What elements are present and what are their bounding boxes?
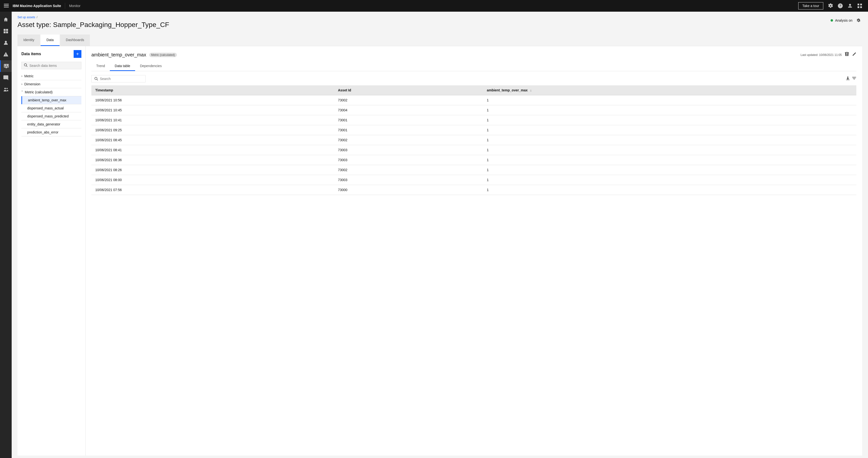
svg-rect-9 <box>4 31 6 33</box>
cell-value: 1 <box>483 165 856 175</box>
page-header-row: Set up assets / Asset type: Sample_Packa… <box>18 16 862 33</box>
svg-rect-7 <box>4 29 6 31</box>
tab-dashboards[interactable]: Dashboards <box>60 34 90 46</box>
breadcrumb-parent-link[interactable]: Set up assets <box>18 16 35 19</box>
cell-timestamp: 10/06/2021 08:45 <box>91 135 334 145</box>
col-metric-value[interactable]: ambient_temp_over_max ↓ <box>483 85 856 95</box>
cell-asset-id: 73003 <box>334 175 483 185</box>
main-content: Set up assets / Asset type: Sample_Packa… <box>12 12 868 458</box>
metric-type-badge: Metric (calculated) <box>149 53 177 57</box>
right-panel: ambient_temp_over_max Metric (calculated… <box>86 46 862 456</box>
cell-timestamp: 10/06/2021 10:41 <box>91 115 334 125</box>
sidebar-item-home[interactable] <box>0 13 12 25</box>
sort-descending-icon: ↓ <box>530 88 532 92</box>
cell-asset-id: 73002 <box>334 95 483 105</box>
svg-rect-4 <box>860 4 862 5</box>
edit-icon[interactable] <box>852 52 856 58</box>
svg-rect-15 <box>5 66 8 67</box>
data-items-panel: Data items + › Metric › Dimension <box>18 46 86 456</box>
breadcrumb-separator: / <box>37 16 37 19</box>
table-header: Timestamp Asset Id ambient_temp_over_max… <box>91 85 856 95</box>
table-header-row: Timestamp Asset Id ambient_temp_over_max… <box>91 85 856 95</box>
apps-grid-icon[interactable] <box>855 1 864 10</box>
analysis-settings-icon[interactable] <box>855 17 862 24</box>
cell-timestamp: 10/06/2021 10:56 <box>91 95 334 105</box>
category-metric-calculated[interactable]: ˅ Metric (calculated) <box>21 88 82 96</box>
cell-value: 1 <box>483 115 856 125</box>
cell-value: 1 <box>483 125 856 135</box>
svg-rect-8 <box>6 29 8 31</box>
sidebar-item-chat[interactable] <box>0 72 12 84</box>
data-item-ambient-temp-over-max[interactable]: ambient_temp_over_max <box>21 96 82 104</box>
cell-asset-id: 73001 <box>334 125 483 135</box>
sub-tab-trend[interactable]: Trend <box>91 61 110 71</box>
sidebar-item-users[interactable] <box>0 84 12 95</box>
header-actions: Last updated: 10/06/2021 11:05 <box>801 52 856 58</box>
table-row: 10/06/2021 08:41 73003 1 <box>91 145 856 155</box>
col-timestamp: Timestamp <box>91 85 334 95</box>
svg-point-11 <box>5 41 7 43</box>
search-data-items-input[interactable] <box>29 64 79 68</box>
app-logo: IBM Maximo Application Suite <box>13 4 61 8</box>
download-icon[interactable] <box>846 76 850 82</box>
chevron-down-icon: ˅ <box>21 90 23 94</box>
cell-timestamp: 10/06/2021 08:26 <box>91 165 334 175</box>
sidebar-item-person[interactable] <box>0 37 12 49</box>
take-tour-button[interactable]: Take a tour <box>798 2 823 9</box>
table-toolbar <box>91 75 856 83</box>
svg-rect-10 <box>6 31 8 33</box>
sidebar-item-alert[interactable] <box>0 49 12 60</box>
svg-point-18 <box>6 88 8 89</box>
table-body: 10/06/2021 10:56 73002 1 10/06/2021 10:4… <box>91 95 856 195</box>
tab-identity[interactable]: Identity <box>18 34 40 46</box>
content-area: Data items + › Metric › Dimension <box>18 46 862 456</box>
help-icon[interactable] <box>836 1 845 10</box>
cell-value: 1 <box>483 155 856 165</box>
analysis-status-label: Analysis on <box>835 19 852 22</box>
tab-data[interactable]: Data <box>40 34 60 46</box>
cell-value: 1 <box>483 95 856 105</box>
category-dimension[interactable]: › Dimension <box>21 80 82 88</box>
sidebar-item-grid[interactable] <box>0 25 12 37</box>
cell-asset-id: 73001 <box>334 115 483 125</box>
category-metric[interactable]: › Metric <box>21 72 82 80</box>
table-search-input[interactable] <box>100 77 143 81</box>
svg-rect-0 <box>4 4 9 4</box>
user-profile-icon[interactable] <box>846 1 855 10</box>
data-item-dispensed-mass-predicted[interactable]: dispensed_mass_predicted <box>21 112 82 120</box>
chevron-right-icon: › <box>21 74 22 78</box>
sub-tab-dependencies[interactable]: Dependencies <box>135 61 167 71</box>
svg-rect-14 <box>6 65 8 66</box>
cell-asset-id: 73000 <box>334 185 483 195</box>
svg-rect-13 <box>5 65 6 66</box>
data-item-dispensed-mass-actual[interactable]: dispensed_mass_actual <box>21 104 82 112</box>
top-navigation: IBM Maximo Application Suite Monitor Tak… <box>0 0 868 12</box>
search-data-items-box[interactable] <box>21 62 82 69</box>
table-row: 10/06/2021 08:26 73002 1 <box>91 165 856 175</box>
svg-rect-1 <box>4 5 9 6</box>
data-item-entity-data-generator[interactable]: entity_data_generator <box>21 120 82 128</box>
main-tabs: Identity Data Dashboards <box>18 34 862 46</box>
settings-icon[interactable] <box>826 1 835 10</box>
svg-rect-5 <box>858 6 859 8</box>
data-item-prediction-abs-error[interactable]: prediction_abs_error <box>21 128 82 136</box>
cell-asset-id: 73003 <box>334 145 483 155</box>
metric-title-area: ambient_temp_over_max Metric (calculated… <box>91 52 177 58</box>
table-row: 10/06/2021 10:45 73004 1 <box>91 105 856 115</box>
sidebar-item-monitor[interactable] <box>0 60 12 72</box>
cell-timestamp: 10/06/2021 08:41 <box>91 145 334 155</box>
sub-tab-data-table[interactable]: Data table <box>110 61 135 71</box>
table-search-box[interactable] <box>91 75 146 83</box>
svg-rect-16 <box>6 68 7 68</box>
analysis-status-dot <box>831 19 833 22</box>
delete-icon[interactable] <box>845 52 849 58</box>
add-data-item-button[interactable]: + <box>74 50 82 58</box>
hamburger-menu-icon[interactable] <box>4 3 9 8</box>
header-left: Set up assets / Asset type: Sample_Packa… <box>18 16 831 33</box>
data-items-header: Data items + <box>21 50 82 58</box>
filter-icon[interactable] <box>852 76 856 82</box>
svg-rect-6 <box>860 6 862 8</box>
cell-timestamp: 10/06/2021 10:45 <box>91 105 334 115</box>
page-title: Asset type: Sample_Packaging_Hopper_Type… <box>18 21 831 29</box>
table-row: 10/06/2021 08:00 73003 1 <box>91 175 856 185</box>
